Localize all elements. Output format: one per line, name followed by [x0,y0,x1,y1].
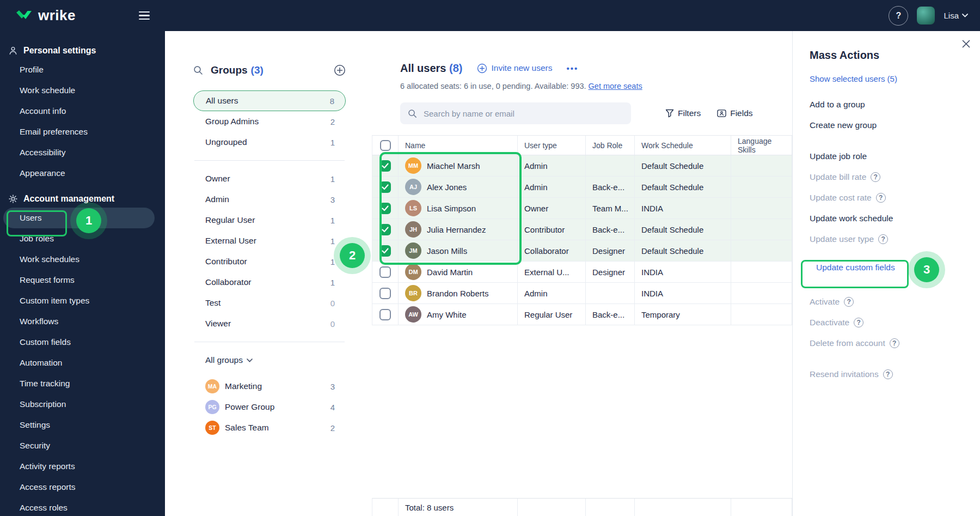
sidebar-item-email-preferences[interactable]: Email preferences [0,122,165,142]
checkbox-unchecked[interactable] [379,309,391,320]
sidebar-item-accessibility[interactable]: Accessibility [0,142,165,163]
table-row-jason-mills[interactable]: JMJason Mills Collaborator Designer Defa… [372,240,792,262]
group-label: Owner [205,174,230,184]
sidebar-item-security[interactable]: Security [0,435,165,456]
group-item-group-admins[interactable]: Group Admins 2 [193,111,346,132]
select-all-checkbox[interactable] [380,140,391,151]
invite-new-users-button[interactable]: Invite new users [477,63,553,74]
action-label: Add to a group [810,100,865,110]
column-header-language-skills[interactable]: Language Skills [731,136,792,155]
sidebar-item-profile[interactable]: Profile [0,59,165,80]
mass-action-update-user-type[interactable]: Update user type? [810,229,969,250]
group-count: 2 [330,117,335,126]
filters-button[interactable]: Filters [665,108,701,118]
group-item-ungrouped[interactable]: Ungrouped 1 [193,132,346,153]
table-row-brandon-roberts[interactable]: BRBrandon Roberts Admin INDIA [372,283,792,304]
mass-action-activate[interactable]: Activate? [810,292,969,312]
fields-button[interactable]: Fields [717,108,752,118]
search-icon[interactable] [193,65,203,75]
more-actions-button[interactable]: ••• [567,64,579,73]
group-item-admin[interactable]: Admin 3 [193,189,346,210]
checkbox-checked[interactable] [379,224,391,235]
add-group-icon[interactable] [334,64,346,76]
column-header-job-role[interactable]: Job Role [586,136,635,155]
mass-action-update-work-schedule[interactable]: Update work schedule [810,208,969,229]
all-groups-toggle[interactable]: All groups [193,350,346,371]
user-name: Miachel Marsh [427,161,480,171]
sidebar-item-request-forms[interactable]: Request forms [0,270,165,290]
table-row-alex-jones[interactable]: AJAlex Jones Admin Back-e... Default Sch… [372,177,792,198]
sidebar-item-custom-fields[interactable]: Custom fields [0,332,165,353]
table-row-lisa-simpson[interactable]: LSLisa Simpson Owner Team M... INDIA [372,198,792,219]
group-item-contributor[interactable]: Contributor 1 [193,251,346,272]
close-icon[interactable] [960,38,972,50]
mass-action-update-job-role[interactable]: Update job role [810,146,969,167]
sidebar-item-time-tracking[interactable]: Time tracking [0,373,165,394]
search-input[interactable] [422,108,623,119]
group-item-test[interactable]: Test 0 [193,293,346,313]
show-selected-users-link[interactable]: Show selected users (5) [810,74,969,83]
user-avatar[interactable] [917,7,935,25]
sidebar-item-activity-reports[interactable]: Activity reports [0,456,165,477]
search-box[interactable] [400,102,631,124]
mass-action-deactivate[interactable]: Deactivate? [810,312,969,333]
work-schedule-cell: Default Schedule [635,177,731,197]
group-item-viewer[interactable]: Viewer 0 [193,313,346,334]
table-row-julia-hernandez[interactable]: JHJulia Hernandez Contributor Back-e... … [372,219,792,240]
group-row-marketing[interactable]: MA Marketing 3 [193,376,346,397]
table-row-amy-white[interactable]: AWAmy White Regular User Back-e... Tempo… [372,304,792,325]
group-item-owner[interactable]: Owner 1 [193,168,346,189]
checkbox-checked[interactable] [379,245,391,257]
sidebar-item-access-reports[interactable]: Access reports [0,477,165,497]
user-type-cell: Owner [518,198,586,218]
user-type-cell: Contributor [518,219,586,240]
checkbox-unchecked[interactable] [379,288,391,299]
sidebar-item-settings[interactable]: Settings [0,415,165,435]
table-row-david-martin[interactable]: DMDavid Martin External U... Designer IN… [372,262,792,283]
checkbox-unchecked[interactable] [379,266,391,278]
mass-action-add-to-group[interactable]: Add to a group [810,94,969,115]
action-label: Deactivate [810,318,849,327]
sidebar-item-workflows[interactable]: Workflows [0,311,165,332]
topbar: wrike ? Lisa [0,0,980,31]
checkbox-checked[interactable] [379,203,391,214]
group-item-all-users[interactable]: All users 8 [193,90,346,111]
checkbox-checked[interactable] [379,160,391,172]
group-count: 0 [330,319,335,329]
sidebar-item-job-roles[interactable]: Job roles [0,228,165,249]
hamburger-menu-icon[interactable] [137,9,152,22]
group-row-sales-team[interactable]: ST Sales Team 2 [193,417,346,438]
mass-action-resend-invitations[interactable]: Resend invitations? [810,364,969,385]
total-users: Total: 8 users [399,499,518,516]
group-item-external-user[interactable]: External User 1 [193,230,346,251]
group-item-collaborator[interactable]: Collaborator 1 [193,272,346,293]
column-header-work-schedule[interactable]: Work Schedule [635,136,731,155]
sidebar-item-appearance[interactable]: Appearance [0,163,165,184]
user-menu[interactable]: Lisa [944,11,968,20]
sidebar-item-work-schedule[interactable]: Work schedule [0,80,165,101]
group-item-regular-user[interactable]: Regular User 1 [193,210,346,230]
mass-action-update-cost-rate[interactable]: Update cost rate? [810,187,969,208]
sidebar-item-custom-item-types[interactable]: Custom item types [0,290,165,311]
group-row-power-group[interactable]: PG Power Group 4 [193,397,346,417]
table-row-miachel-marsh[interactable]: MMMiachel Marsh Admin Default Schedule [372,155,792,177]
sidebar-item-users[interactable]: Users [3,208,155,228]
question-circle-icon: ? [844,297,854,307]
sidebar-item-work-schedules[interactable]: Work schedules [0,249,165,270]
mass-action-delete-from-account[interactable]: Delete from account? [810,333,969,354]
mass-action-update-custom-fields[interactable]: Update custom fields [810,257,969,278]
sidebar-item-automation[interactable]: Automation [0,353,165,373]
topbar-right: ? Lisa [889,6,980,26]
sidebar-item-access-roles[interactable]: Access roles [0,497,165,516]
mass-action-update-bill-rate[interactable]: Update bill rate? [810,167,969,187]
mass-action-create-new-group[interactable]: Create new group [810,115,969,136]
group-avatar: ST [205,421,219,435]
sidebar-item-subscription[interactable]: Subscription [0,394,165,415]
get-more-seats-link[interactable]: Get more seats [589,82,642,90]
checkbox-checked[interactable] [379,181,391,193]
sidebar-item-account-info[interactable]: Account info [0,101,165,122]
column-header-user-type[interactable]: User type [518,136,586,155]
wrike-logo[interactable]: wrike [15,7,76,24]
help-icon[interactable]: ? [889,6,908,26]
column-header-name[interactable]: Name [399,136,518,155]
